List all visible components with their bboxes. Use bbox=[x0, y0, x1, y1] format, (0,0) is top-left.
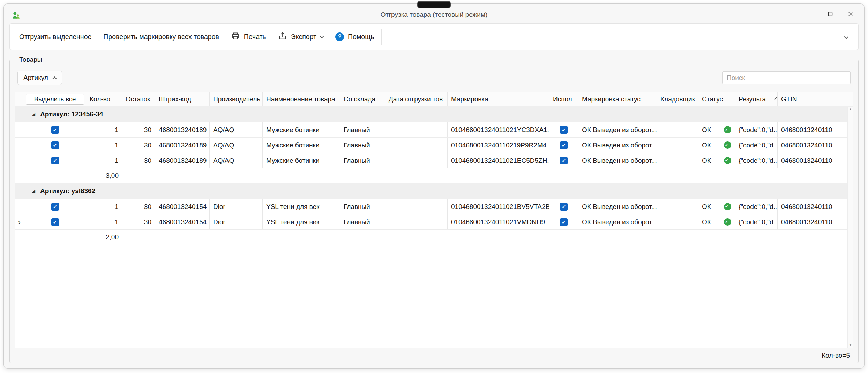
group-row[interactable]: ◢Артикул: ysl8362 bbox=[15, 183, 853, 199]
column-header[interactable]: Наименование товара bbox=[263, 92, 340, 106]
row-indicator-cell bbox=[15, 183, 24, 199]
print-button[interactable]: Печать bbox=[225, 27, 272, 46]
column-header-label: Наименование товара bbox=[266, 95, 335, 103]
check-icon: ✔ bbox=[562, 204, 566, 210]
search-input[interactable] bbox=[722, 71, 851, 84]
table-row[interactable]: ✔1304680013240189AQ/AQМужские ботинкиГла… bbox=[15, 138, 853, 153]
help-button[interactable]: ? Помощь bbox=[329, 27, 380, 46]
marking-status-cell: ОК Выведен из оборот... bbox=[578, 122, 657, 137]
ship-selected-button[interactable]: Отгрузить выделенное bbox=[13, 27, 97, 46]
column-header[interactable]: Результа... bbox=[735, 92, 778, 106]
group-expand-icon[interactable]: ◢ bbox=[32, 111, 35, 117]
app-window: Отгрузка товара (тестовый режим) Отгрузи… bbox=[3, 3, 865, 369]
table-row[interactable]: ✔1304680013240189AQ/AQМужские ботинкиГла… bbox=[15, 122, 853, 138]
check-icon: ✔ bbox=[53, 158, 57, 163]
used-checkbox[interactable]: ✔ bbox=[560, 218, 568, 226]
row-select-checkbox[interactable]: ✔ bbox=[51, 203, 59, 211]
stock-cell: 30 bbox=[122, 122, 155, 137]
row-indicator-header-cell bbox=[15, 92, 24, 106]
data-grid: Выделить всеКол-воОстатокШтрих-кодПроизв… bbox=[15, 92, 853, 348]
column-header[interactable]: Кол-во bbox=[86, 92, 122, 106]
column-header[interactable]: Маркировка статус bbox=[578, 92, 657, 106]
table-row[interactable]: ✔1304680013240189AQ/AQМужские ботинкиГла… bbox=[15, 153, 853, 168]
group-by-field-button[interactable]: Артикул bbox=[17, 71, 62, 85]
status-ok-icon: ✔ bbox=[724, 203, 731, 210]
status-ok-icon: ✔ bbox=[724, 126, 731, 133]
ship-date-cell bbox=[385, 153, 448, 168]
column-header[interactable]: Кладовщик bbox=[657, 92, 698, 106]
column-header[interactable]: Статус bbox=[698, 92, 735, 106]
used-checkbox[interactable]: ✔ bbox=[560, 141, 568, 149]
barcode-cell: 4680013240189 bbox=[155, 122, 210, 137]
maximize-button[interactable] bbox=[820, 7, 840, 21]
check-icon: ✔ bbox=[53, 204, 57, 210]
qty-cell: 1 bbox=[86, 199, 122, 214]
column-header[interactable]: Испол... bbox=[549, 92, 578, 106]
barcode-cell: 4680013240189 bbox=[155, 153, 210, 168]
manufacturer-cell: AQ/AQ bbox=[210, 153, 263, 168]
column-header-label: Производитель bbox=[213, 95, 260, 103]
column-header-label: Испол... bbox=[553, 95, 578, 103]
product-name-cell: Мужские ботинки bbox=[263, 153, 340, 168]
row-indicator-cell bbox=[15, 138, 24, 153]
row-select-checkbox[interactable]: ✔ bbox=[51, 218, 59, 226]
used-checkbox[interactable]: ✔ bbox=[560, 203, 568, 211]
status-ok-icon: ✔ bbox=[724, 218, 731, 226]
row-select-checkbox[interactable]: ✔ bbox=[51, 141, 59, 149]
scroll-up-icon[interactable]: ▲ bbox=[849, 108, 852, 111]
keeper-cell bbox=[657, 199, 698, 214]
select-all-button[interactable]: Выделить все bbox=[26, 94, 84, 105]
group-box-title: Товары bbox=[16, 56, 45, 64]
group-row[interactable]: ◢Артикул: 123456-34 bbox=[15, 106, 853, 122]
stock-cell: 30 bbox=[122, 199, 155, 214]
used-checkbox[interactable]: ✔ bbox=[560, 157, 568, 164]
row-select-checkbox[interactable]: ✔ bbox=[51, 157, 59, 164]
row-select-checkbox[interactable]: ✔ bbox=[51, 126, 59, 134]
column-header[interactable]: Штрих-код bbox=[155, 92, 210, 106]
table-row[interactable]: ✔1304680013240154DiorYSL тени для векГла… bbox=[15, 199, 853, 214]
minimize-icon bbox=[807, 11, 813, 17]
check-icon: ✔ bbox=[725, 204, 728, 209]
keeper-cell bbox=[657, 214, 698, 229]
summary-empty-cell bbox=[24, 230, 86, 244]
column-header[interactable]: Остаток bbox=[122, 92, 155, 106]
table-row[interactable]: ›✔1304680013240154DiorYSL тени для векГл… bbox=[15, 214, 853, 230]
row-indicator-cell: › bbox=[15, 214, 24, 229]
row-indicator-cell bbox=[15, 199, 24, 214]
chevron-up-icon bbox=[52, 76, 57, 81]
scroll-down-icon[interactable]: ▼ bbox=[849, 344, 852, 347]
manufacturer-cell: AQ/AQ bbox=[210, 122, 263, 137]
result-cell: {"code":0,"d... bbox=[735, 138, 778, 153]
column-header-label: Маркировка bbox=[451, 95, 488, 103]
used-cell: ✔ bbox=[549, 138, 578, 153]
column-header[interactable]: GTIN bbox=[778, 92, 836, 106]
column-header-label: Дата отгрузки тов... bbox=[389, 95, 448, 103]
close-button[interactable] bbox=[840, 7, 861, 21]
printer-icon bbox=[231, 31, 240, 42]
marking-status-cell: ОК Выведен из оборот... bbox=[578, 214, 657, 229]
row-select-cell: ✔ bbox=[24, 199, 86, 214]
status-text: ОК bbox=[702, 126, 711, 134]
marking-cell: 0104680013240110219P9R2M4... bbox=[448, 138, 549, 153]
vertical-scrollbar[interactable]: ▲ ▼ bbox=[847, 107, 853, 348]
check-icon: ✔ bbox=[53, 142, 57, 148]
toolbar-separator bbox=[381, 29, 382, 45]
minimize-button[interactable] bbox=[800, 7, 820, 21]
warehouse-cell: Главный bbox=[340, 153, 385, 168]
toolbar-overflow-button[interactable] bbox=[838, 34, 855, 39]
group-expand-icon[interactable]: ◢ bbox=[32, 188, 35, 193]
marking-status-cell: ОК Выведен из оборот... bbox=[578, 199, 657, 214]
status-cell: ОК✔ bbox=[698, 214, 735, 229]
check-marking-button[interactable]: Проверить маркировку всех товаров bbox=[97, 27, 225, 46]
column-header[interactable]: Со склада bbox=[340, 92, 385, 106]
group-label: Артикул: 123456-34 bbox=[40, 110, 103, 118]
keeper-cell bbox=[657, 153, 698, 168]
column-header[interactable]: Производитель bbox=[210, 92, 263, 106]
used-checkbox[interactable]: ✔ bbox=[560, 126, 568, 134]
used-cell: ✔ bbox=[549, 199, 578, 214]
sort-asc-icon bbox=[774, 97, 778, 101]
row-indicator-cell bbox=[15, 122, 24, 137]
export-button[interactable]: Экспорт bbox=[272, 27, 329, 46]
column-header[interactable]: Дата отгрузки тов... bbox=[385, 92, 448, 106]
column-header[interactable]: Маркировка bbox=[448, 92, 549, 106]
